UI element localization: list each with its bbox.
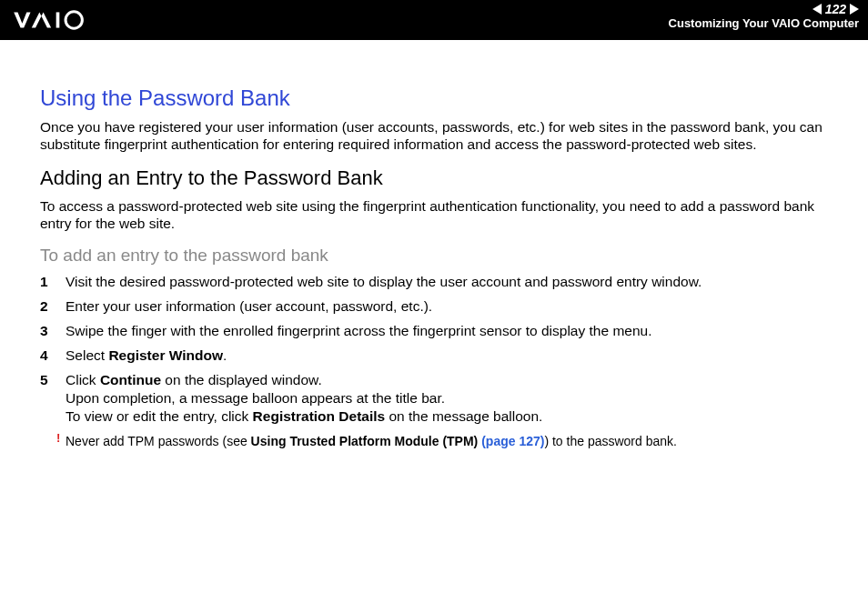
step-item: Visit the desired password-protected web…: [40, 273, 828, 291]
step-text: .: [223, 347, 227, 363]
step-text: Enter your user information (user accoun…: [66, 298, 432, 314]
warning-note: ! Never add TPM passwords (see Using Tru…: [40, 433, 828, 449]
heading-procedure: To add an entry to the password bank: [40, 246, 828, 266]
heading-primary: Using the Password Bank: [40, 85, 828, 111]
steps-list: Visit the desired password-protected web…: [40, 273, 828, 427]
step-text: on the displayed window.: [161, 372, 322, 387]
intro-paragraph: Once you have registered your user infor…: [40, 118, 828, 154]
svg-rect-0: [56, 12, 60, 27]
note-pre: Never add TPM passwords (see: [66, 434, 251, 448]
section-title: Customizing Your VAIO Computer: [669, 16, 859, 30]
page-number: 122: [825, 2, 846, 16]
step-text: Select: [66, 347, 108, 363]
step-text: To view or edit the entry, click: [66, 408, 253, 424]
note-text: Never add TPM passwords (see Using Trust…: [66, 434, 677, 448]
step-item: Click Continue on the displayed window. …: [40, 371, 828, 426]
step-item: Enter your user information (user accoun…: [40, 297, 828, 316]
step-item: Swipe the finger with the enrolled finge…: [40, 322, 828, 340]
heading-secondary: Adding an Entry to the Password Bank: [40, 166, 828, 190]
header-right: 122 Customizing Your VAIO Computer: [669, 2, 859, 30]
step-item: Select Register Window.: [40, 347, 828, 365]
next-page-icon[interactable]: [850, 4, 859, 15]
step-subtext: Upon completion, a message balloon appea…: [66, 389, 828, 407]
note-bold: Using Trusted Platform Module (TPM): [251, 434, 482, 448]
prev-page-icon[interactable]: [812, 4, 822, 15]
step-bold: Registration Details: [253, 408, 386, 424]
step-text: on the message balloon.: [385, 408, 542, 424]
page-navigation: 122: [669, 2, 859, 16]
note-post: ) to the password bank.: [544, 434, 677, 448]
step-bold: Continue: [100, 372, 161, 387]
step-text: Visit the desired password-protected web…: [66, 274, 701, 289]
step-text: Swipe the finger with the enrolled finge…: [66, 323, 651, 338]
svg-point-1: [66, 12, 82, 28]
warning-icon: !: [56, 431, 60, 445]
header-bar: 122 Customizing Your VAIO Computer: [0, 0, 868, 40]
step-text: Click: [66, 372, 100, 387]
vaio-logo: [13, 10, 113, 30]
section-paragraph: To access a password-protected web site …: [40, 197, 828, 233]
page-link[interactable]: (page 127): [481, 434, 544, 448]
page-content: Using the Password Bank Once you have re…: [0, 40, 868, 450]
step-bold: Register Window: [108, 347, 223, 363]
step-subtext: To view or edit the entry, click Registr…: [66, 407, 828, 426]
